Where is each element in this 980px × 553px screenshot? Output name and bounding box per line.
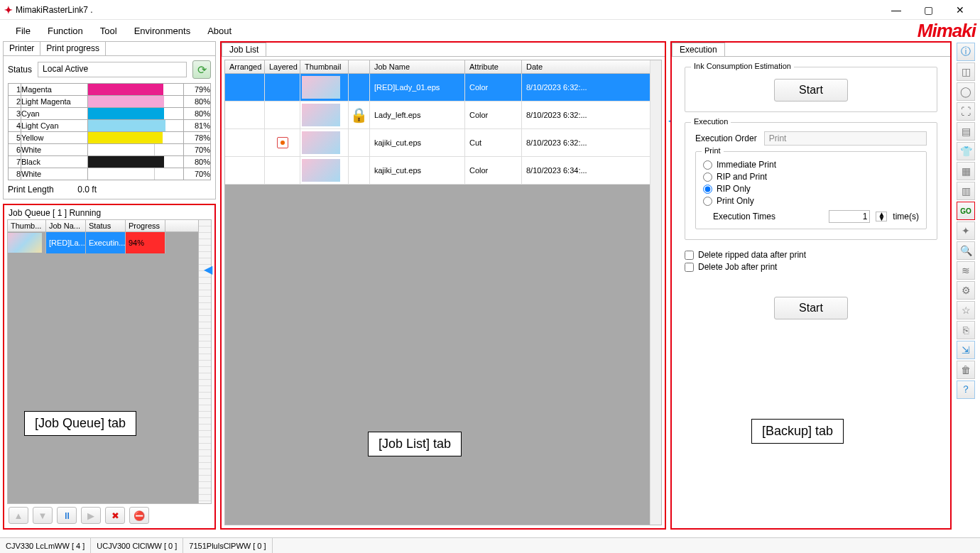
tool-go-button[interactable]: GO xyxy=(957,202,975,220)
queue-row-progress: 94% xyxy=(126,232,165,253)
delete-job-checkbox[interactable] xyxy=(685,263,694,272)
ink-name: Magenta xyxy=(21,84,88,96)
jl-arranged xyxy=(225,102,265,128)
queue-col-progress[interactable]: Progress xyxy=(126,220,165,231)
tool-export-icon[interactable]: ⇲ xyxy=(957,341,975,359)
print-mode-radio-2[interactable] xyxy=(703,185,712,194)
execution-order-select[interactable]: Print xyxy=(764,131,927,146)
jl-lock: 🔒 xyxy=(349,102,370,128)
execution-start-button[interactable]: Start xyxy=(774,297,848,319)
tool-align-icon[interactable]: ◫ xyxy=(957,62,975,81)
titlebar: ✦ MimakiRasterLink7 . — ▢ ✕ xyxy=(0,0,980,20)
tool-shirt-icon[interactable]: 👕 xyxy=(957,142,975,160)
menu-file[interactable]: File xyxy=(7,23,39,39)
queue-row[interactable]: [RED]La... Executin... 94% xyxy=(8,232,198,253)
delete-ripped-checkbox[interactable] xyxy=(685,251,694,260)
maximize-button[interactable]: ▢ xyxy=(913,1,944,18)
queue-stop-button[interactable]: ⛔ xyxy=(129,507,149,524)
execution-times-input[interactable] xyxy=(829,210,870,223)
queue-pause-button[interactable]: ⏸ xyxy=(57,507,77,524)
tab-execution[interactable]: Execution xyxy=(672,43,725,56)
jl-col-date[interactable]: Date xyxy=(522,60,661,73)
queue-row-status: Executin... xyxy=(86,232,126,253)
queue-col-name[interactable]: Job Na... xyxy=(46,220,86,231)
tool-loupe-icon[interactable]: ◯ xyxy=(957,82,975,101)
tab-job-list[interactable]: Job List xyxy=(222,43,266,56)
ink-num: 7 xyxy=(9,156,21,168)
status-printer-2[interactable]: UCJV300 ClClWW [ 0 ] xyxy=(91,538,183,553)
print-mode-radio-0[interactable] xyxy=(703,160,712,170)
ink-bar xyxy=(88,96,184,108)
callout-job-queue: [Job Queue] tab xyxy=(24,411,136,436)
jl-name: [RED]Lady_01.eps xyxy=(370,74,465,101)
print-mode-label: RIP and Print xyxy=(717,172,767,182)
tab-print-progress[interactable]: Print progress xyxy=(40,42,106,55)
statusbar: CJV330 LcLmWW [ 4 ] UCJV300 ClClWW [ 0 ]… xyxy=(0,537,980,553)
ink-estimation-start-button[interactable]: Start xyxy=(774,79,848,102)
tool-gear-icon[interactable]: ⚙ xyxy=(957,281,975,300)
job-list-row[interactable]: 🔒 Lady_left.eps Color 8/10/2023 6:32:... xyxy=(225,102,661,129)
tool-layers-icon[interactable]: ≋ xyxy=(957,261,975,280)
print-mode-label: Immediate Print xyxy=(717,160,776,170)
menu-function[interactable]: Function xyxy=(39,23,92,39)
print-mode-radio-1[interactable] xyxy=(703,173,712,182)
close-button[interactable]: ✕ xyxy=(944,1,976,18)
tool-printer-icon[interactable]: ▤ xyxy=(957,122,975,141)
jl-date: 8/10/2023 6:32:... xyxy=(522,129,661,156)
ink-pct: 79% xyxy=(184,84,211,96)
callout-backup: [Backup] tab xyxy=(751,419,844,444)
status-printer-1[interactable]: CJV330 LcLmWW [ 4 ] xyxy=(0,538,91,553)
ink-pct: 70% xyxy=(184,168,211,180)
jl-col-layered[interactable]: Layered xyxy=(265,60,300,73)
jl-layered xyxy=(265,74,300,101)
jl-col-jobname[interactable]: Job Name xyxy=(370,60,465,73)
spinner-buttons[interactable]: ▲▼ xyxy=(876,212,887,221)
delete-ripped-label: Delete ripped data after print xyxy=(698,250,806,260)
tool-copy-icon[interactable]: ⎘ xyxy=(957,321,975,339)
jl-col-thumbnail[interactable]: Thumbnail xyxy=(300,60,349,73)
tool-help-icon[interactable]: ？ xyxy=(957,380,975,399)
tab-printer[interactable]: Printer xyxy=(4,42,40,56)
jl-col-attribute[interactable]: Attribute xyxy=(465,60,522,73)
jl-lock xyxy=(349,74,370,101)
queue-cancel-button[interactable]: ✖ xyxy=(105,507,125,524)
status-printer-3[interactable]: 7151PlulsClPWW [ 0 ] xyxy=(183,538,272,553)
jl-layered xyxy=(265,102,300,128)
job-list-row[interactable]: kajiki_cut.eps Cut 8/10/2023 6:32:... xyxy=(225,129,661,157)
menu-tool[interactable]: Tool xyxy=(92,23,126,39)
tool-search-icon[interactable]: 🔍 xyxy=(957,241,975,260)
tool-grid-icon[interactable]: ▦ xyxy=(957,162,975,180)
print-mode-radio-3[interactable] xyxy=(703,197,712,206)
jl-attr: Color xyxy=(465,157,522,184)
queue-play-button[interactable]: ▶ xyxy=(81,507,101,524)
minimize-button[interactable]: — xyxy=(881,1,912,18)
job-list-row[interactable]: kajiki_cut.eps Color 8/10/2023 6:34:... xyxy=(225,157,661,185)
ink-name: White xyxy=(21,144,88,156)
tool-trash-icon[interactable]: 🗑 xyxy=(957,361,975,379)
menu-environments[interactable]: Environments xyxy=(126,23,199,39)
execution-times-label: Execution Times xyxy=(713,212,775,221)
ink-name: Yellow xyxy=(21,132,88,144)
jl-date: 8/10/2023 6:32:... xyxy=(522,102,661,128)
queue-col-status[interactable]: Status xyxy=(86,220,126,231)
job-list-row[interactable]: [RED]Lady_01.eps Color 8/10/2023 6:32:..… xyxy=(225,74,661,102)
jl-col-arranged[interactable]: Arranged xyxy=(225,60,265,73)
job-list-scrollbar[interactable] xyxy=(650,60,661,525)
ink-estimation-label: Ink Consumption Estimation xyxy=(691,62,794,70)
queue-move-up-button[interactable]: ▲ xyxy=(9,507,28,524)
status-label: Status xyxy=(8,65,32,75)
refresh-button[interactable]: ⟳ xyxy=(192,60,211,79)
tool-tiles-icon[interactable]: ▥ xyxy=(957,182,975,200)
tool-fav-icon[interactable]: ☆ xyxy=(957,301,975,319)
delete-job-label: Delete Job after print xyxy=(698,262,777,272)
ink-name: Cyan xyxy=(21,108,88,120)
tool-info-icon[interactable]: ⓘ xyxy=(957,43,975,61)
print-length-label: Print Length xyxy=(8,185,54,195)
tool-crop-icon[interactable]: ⛶ xyxy=(957,102,975,121)
menu-about[interactable]: About xyxy=(199,23,240,39)
queue-move-down-button[interactable]: ▼ xyxy=(33,507,53,524)
jl-col-lock[interactable] xyxy=(349,60,370,73)
ink-name: White xyxy=(21,168,88,180)
queue-col-thumb[interactable]: Thumb... xyxy=(8,220,46,231)
tool-star-icon[interactable]: ✦ xyxy=(957,221,975,240)
